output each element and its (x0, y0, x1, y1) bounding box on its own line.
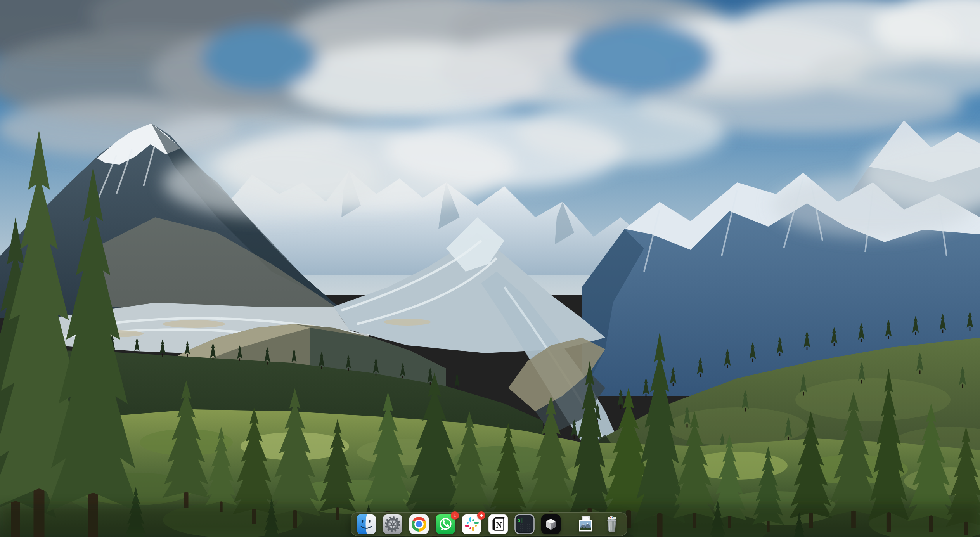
dock-item-downloads[interactable] (575, 514, 596, 534)
dock-item-trash[interactable] (602, 514, 622, 534)
whatsapp-notification-badge: 1 (451, 511, 459, 520)
notion-letter: N (496, 520, 502, 530)
finder-icon (356, 514, 376, 534)
trash-full-icon (602, 514, 622, 534)
terminal-icon: $| (514, 514, 535, 534)
cube-3d-icon (541, 514, 561, 534)
dock-item-whatsapp[interactable]: 1 (435, 514, 455, 534)
dock-item-terminal[interactable]: $| (514, 514, 535, 534)
downloads-stack-icon (575, 514, 596, 534)
notion-icon: N (488, 514, 508, 534)
terminal-prompt: $| (518, 518, 523, 523)
dock: 1 N (351, 512, 627, 536)
dock-item-chrome[interactable] (409, 514, 429, 534)
dock-divider (568, 516, 568, 533)
dock-item-finder[interactable] (356, 514, 376, 534)
chrome-icon (409, 514, 429, 534)
slack-notification-badge (477, 511, 485, 520)
dock-item-notion[interactable]: N (488, 514, 508, 534)
desktop: 1 N (0, 0, 980, 537)
wallpaper-mountain-valley (0, 0, 980, 537)
gear-icon (383, 514, 403, 534)
dock-item-system-settings[interactable] (383, 514, 403, 534)
dock-item-cube-app[interactable] (541, 514, 561, 534)
dock-item-slack[interactable] (462, 514, 482, 534)
